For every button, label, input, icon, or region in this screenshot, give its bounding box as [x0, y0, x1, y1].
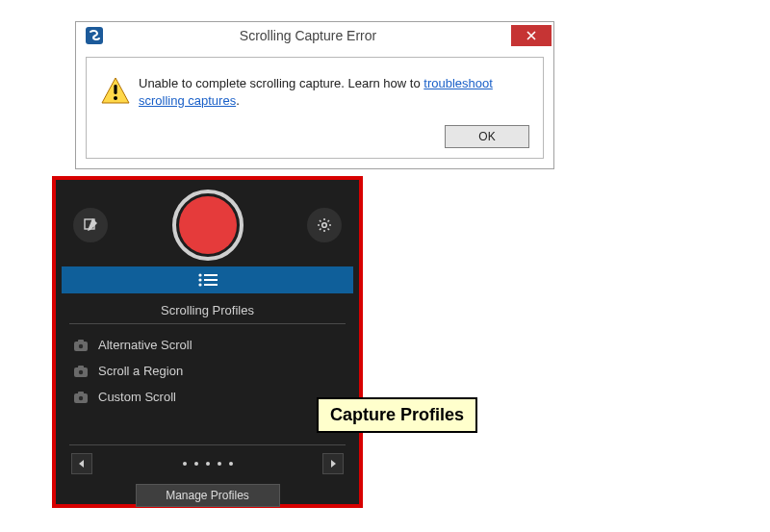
- profile-label: Scroll a Region: [98, 364, 183, 378]
- profile-item[interactable]: Custom Scroll: [71, 384, 344, 410]
- edit-button[interactable]: [73, 208, 108, 242]
- profile-label: Alternative Scroll: [98, 338, 192, 352]
- pager-dots: [183, 462, 233, 466]
- camera-icon: [73, 365, 89, 378]
- titlebar: Scrolling Capture Error: [76, 22, 553, 49]
- camera-icon: [73, 391, 89, 404]
- svg-rect-13: [78, 340, 84, 342]
- svg-point-14: [79, 343, 83, 347]
- capture-panel: Scrolling Profiles Alternative Scroll Sc…: [52, 176, 363, 508]
- svg-point-5: [322, 223, 327, 228]
- error-text: Unable to complete scrolling capture. Le…: [139, 76, 424, 90]
- profile-list-toggle[interactable]: [62, 266, 353, 293]
- svg-rect-7: [204, 274, 218, 276]
- svg-rect-16: [78, 366, 84, 368]
- pager: [69, 444, 346, 474]
- svg-rect-11: [204, 284, 218, 286]
- capture-button[interactable]: [172, 190, 244, 261]
- next-button[interactable]: [322, 453, 344, 474]
- error-text-suffix: .: [236, 93, 240, 108]
- svg-point-6: [198, 273, 201, 276]
- error-dialog: Scrolling Capture Error Unable to comple…: [75, 21, 554, 169]
- camera-icon: [73, 339, 89, 352]
- svg-point-3: [114, 96, 117, 100]
- svg-rect-19: [78, 392, 84, 394]
- svg-marker-21: [79, 460, 84, 468]
- section-title: Scrolling Profiles: [69, 303, 346, 317]
- svg-point-17: [79, 369, 83, 373]
- error-message: Unable to complete scrolling capture. Le…: [139, 75, 529, 109]
- close-button[interactable]: [511, 25, 552, 46]
- prev-button[interactable]: [71, 453, 92, 474]
- dialog-title: Scrolling Capture Error: [105, 28, 511, 43]
- ok-button[interactable]: OK: [445, 125, 529, 148]
- callout-label: Capture Profiles: [317, 397, 477, 433]
- svg-point-10: [198, 283, 201, 286]
- profile-label: Custom Scroll: [98, 390, 176, 404]
- app-icon: [84, 25, 105, 46]
- dialog-body: Unable to complete scrolling capture. Le…: [86, 57, 544, 159]
- profile-list: Alternative Scroll Scroll a Region Custo…: [69, 324, 346, 410]
- profile-item[interactable]: Scroll a Region: [71, 358, 344, 384]
- svg-point-8: [198, 278, 201, 281]
- profile-item[interactable]: Alternative Scroll: [71, 332, 344, 358]
- settings-button[interactable]: [307, 208, 342, 242]
- svg-marker-22: [331, 460, 336, 468]
- svg-rect-9: [204, 279, 218, 281]
- manage-profiles-button[interactable]: Manage Profiles: [136, 484, 280, 507]
- warning-icon: [100, 75, 139, 110]
- svg-rect-2: [114, 85, 116, 94]
- svg-point-20: [79, 395, 83, 399]
